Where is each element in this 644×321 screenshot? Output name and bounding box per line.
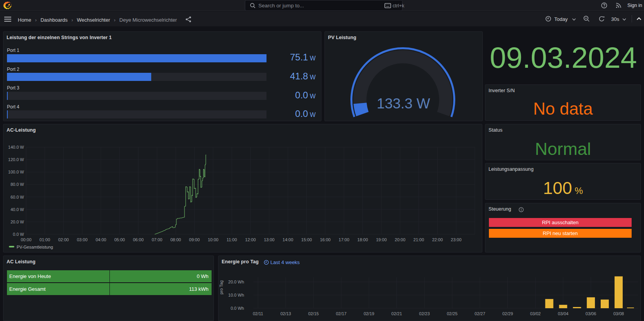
svg-text:PV-Gesamtleistung: PV-Gesamtleistung <box>17 245 53 249</box>
svg-text:13:00: 13:00 <box>264 237 275 242</box>
svg-text:16:00: 16:00 <box>320 237 331 242</box>
svg-text:0.0 Wh: 0.0 Wh <box>231 306 244 311</box>
svg-text:18:00: 18:00 <box>357 237 368 242</box>
svg-text:19:00: 19:00 <box>376 237 387 242</box>
svg-text:20:00: 20:00 <box>395 237 406 242</box>
svg-text:02/11: 02/11 <box>253 311 263 316</box>
svg-text:0.0 W: 0.0 W <box>13 232 24 237</box>
svg-text:02/23: 02/23 <box>419 311 430 316</box>
svg-text:04:00: 04:00 <box>96 237 106 242</box>
svg-text:02/29: 02/29 <box>502 311 513 316</box>
svg-text:02/25: 02/25 <box>447 311 458 316</box>
svg-text:03/06: 03/06 <box>586 311 596 316</box>
svg-text:23:00: 23:00 <box>451 237 462 242</box>
svg-text:02/19: 02/19 <box>364 311 374 316</box>
svg-text:21:00: 21:00 <box>413 237 424 242</box>
svg-text:140.0 W: 140.0 W <box>8 145 24 149</box>
svg-text:10.0 Wh: 10.0 Wh <box>228 293 244 297</box>
svg-text:06:00: 06:00 <box>133 237 144 242</box>
svg-text:100.0 W: 100.0 W <box>8 170 24 174</box>
svg-text:03/08: 03/08 <box>613 311 624 316</box>
svg-text:14:00: 14:00 <box>283 237 294 242</box>
svg-text:80.0 W: 80.0 W <box>10 182 24 187</box>
svg-text:03/04: 03/04 <box>558 311 569 316</box>
svg-text:pro Tag: pro Tag <box>219 280 224 295</box>
svg-text:20.0 Wh: 20.0 Wh <box>228 280 244 284</box>
svg-text:120.0 W: 120.0 W <box>8 157 24 162</box>
svg-text:03/02: 03/02 <box>530 311 541 316</box>
svg-text:02/17: 02/17 <box>336 311 347 316</box>
svg-text:09:00: 09:00 <box>189 237 200 242</box>
svg-text:01:00: 01:00 <box>39 237 50 242</box>
svg-text:11:00: 11:00 <box>227 237 237 242</box>
svg-text:40.0 W: 40.0 W <box>10 207 24 212</box>
svg-text:10:00: 10:00 <box>208 237 219 242</box>
svg-text:22:00: 22:00 <box>432 237 443 242</box>
svg-text:17:00: 17:00 <box>339 237 350 242</box>
svg-text:07:00: 07:00 <box>152 237 162 242</box>
svg-text:60.0 W: 60.0 W <box>10 195 24 199</box>
svg-text:05:00: 05:00 <box>114 237 125 242</box>
svg-text:00:00: 00:00 <box>21 237 32 242</box>
svg-text:03:00: 03:00 <box>77 237 88 242</box>
svg-text:15:00: 15:00 <box>301 237 312 242</box>
svg-text:20.0 W: 20.0 W <box>10 220 24 224</box>
svg-text:133.3 W: 133.3 W <box>377 96 430 112</box>
svg-text:02/13: 02/13 <box>280 311 291 316</box>
svg-text:02/15: 02/15 <box>308 311 319 316</box>
svg-text:12:00: 12:00 <box>245 237 256 242</box>
svg-text:02:00: 02:00 <box>58 237 69 242</box>
svg-text:02/27: 02/27 <box>475 311 485 316</box>
svg-text:02/21: 02/21 <box>391 311 402 316</box>
svg-text:08:00: 08:00 <box>170 237 181 242</box>
